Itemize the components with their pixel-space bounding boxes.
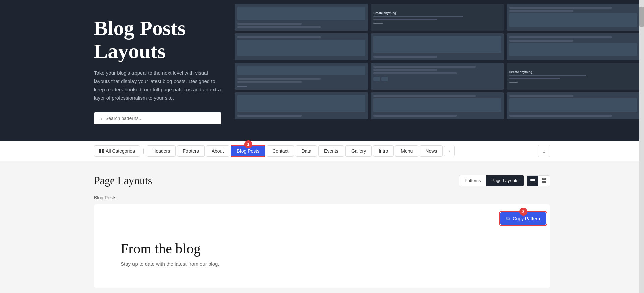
nav-tab-footers[interactable]: Footers — [177, 145, 204, 157]
grid-view-icon — [542, 178, 546, 183]
nav-chevron-right[interactable]: › — [444, 146, 455, 156]
view-icon-buttons — [527, 175, 550, 186]
thumb-1 — [235, 4, 368, 31]
view-toggle: Patterns Page Layouts — [459, 175, 524, 186]
nav-tab-blog-posts-wrap: 1 Blog Posts — [231, 145, 265, 157]
hero-description: Take your blog's appeal to the next leve… — [94, 69, 221, 102]
search-icon: ⌕ — [99, 116, 102, 121]
grid-view-btn[interactable] — [538, 176, 550, 186]
page-layouts-view-btn[interactable]: Page Layouts — [486, 175, 524, 186]
hero-thumbnails: Create anything — [228, 0, 644, 141]
search-input[interactable] — [105, 116, 216, 121]
list-view-btn[interactable] — [527, 176, 538, 186]
nav-search-button[interactable]: ⌕ — [538, 145, 550, 157]
thumb-2: Create anything — [371, 4, 504, 31]
nav-bar: All Categories | Headers Footers About 1… — [0, 141, 644, 161]
search-box[interactable]: ⌕ — [94, 112, 221, 124]
preview-blog-subtitle: Stay up to date with the latest from our… — [121, 261, 523, 267]
content-header: Page Layouts Patterns Page Layouts — [94, 174, 550, 187]
scrollbar[interactable] — [639, 0, 644, 293]
copy-icon: ⧉ — [506, 216, 510, 221]
copy-pattern-label: Copy Pattern — [513, 216, 540, 221]
nav-tab-events[interactable]: Events — [318, 145, 344, 157]
list-icon — [530, 178, 535, 183]
hero-title: Blog Posts Layouts — [94, 17, 228, 62]
nav-tab-contact[interactable]: Contact — [267, 145, 294, 157]
thumb-6 — [507, 33, 640, 60]
nav-tab-menu[interactable]: Menu — [395, 145, 418, 157]
thumb-5 — [371, 33, 504, 60]
main-content: Page Layouts Patterns Page Layouts — [0, 161, 644, 293]
all-categories-label: All Categories — [106, 148, 135, 154]
thumb-3 — [507, 4, 640, 31]
nav-separator: | — [141, 148, 145, 154]
nav-tabs: All Categories | Headers Footers About 1… — [94, 145, 535, 157]
grid-icon — [99, 149, 104, 153]
badge-2: 2 — [519, 208, 527, 216]
patterns-view-btn[interactable]: Patterns — [459, 175, 486, 186]
nav-tab-about[interactable]: About — [206, 145, 230, 157]
thumb-8 — [371, 63, 504, 90]
hero-content: Blog Posts Layouts Take your blog's appe… — [0, 0, 228, 141]
thumb-9: Create anything — [507, 63, 640, 90]
nav-tab-news[interactable]: News — [420, 145, 443, 157]
page-layouts-title: Page Layouts — [94, 174, 152, 187]
badge-1: 1 — [244, 140, 252, 148]
thumb-7 — [235, 63, 368, 90]
scrollbar-thumb[interactable] — [639, 7, 644, 27]
thumb-12 — [507, 92, 640, 119]
nav-tab-data[interactable]: Data — [296, 145, 317, 157]
view-controls: Patterns Page Layouts — [459, 175, 550, 186]
nav-tab-gallery[interactable]: Gallery — [345, 145, 372, 157]
nav-tab-headers[interactable]: Headers — [147, 145, 176, 157]
hero-section: Blog Posts Layouts Take your blog's appe… — [0, 0, 644, 141]
nav-tab-intro[interactable]: Intro — [373, 145, 394, 157]
pattern-card: 2 ⧉ Copy Pattern From the blog Stay up t… — [94, 204, 550, 288]
nav-all-categories[interactable]: All Categories — [94, 145, 140, 157]
thumb-10 — [235, 92, 368, 119]
thumb-11 — [371, 92, 504, 119]
preview-blog-title: From the blog — [121, 241, 523, 257]
thumb-create-title: Create anything — [373, 11, 501, 15]
section-label: Blog Posts — [94, 195, 550, 200]
pattern-preview: From the blog Stay up to date with the l… — [94, 221, 550, 288]
thumb-4 — [235, 33, 368, 60]
copy-pattern-wrap: 2 ⧉ Copy Pattern — [500, 212, 546, 225]
nav-search-icon: ⌕ — [543, 148, 545, 154]
